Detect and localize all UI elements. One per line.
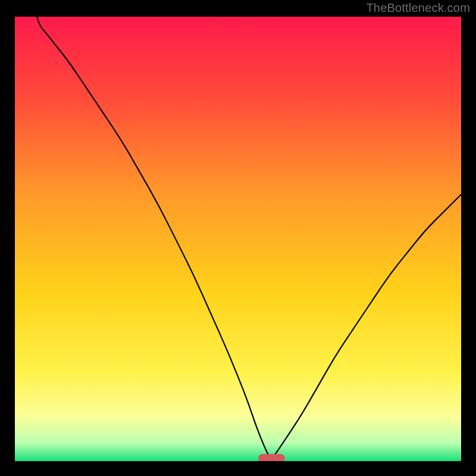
optimum-marker [258, 454, 285, 462]
bottleneck-chart [0, 0, 476, 476]
watermark-text: TheBottleneck.com [366, 1, 470, 15]
frame-edge [0, 461, 476, 476]
frame-edge [461, 0, 476, 476]
plot-gradient-background [15, 17, 461, 461]
frame-edge [0, 0, 15, 476]
chart-container: TheBottleneck.com [0, 0, 476, 476]
